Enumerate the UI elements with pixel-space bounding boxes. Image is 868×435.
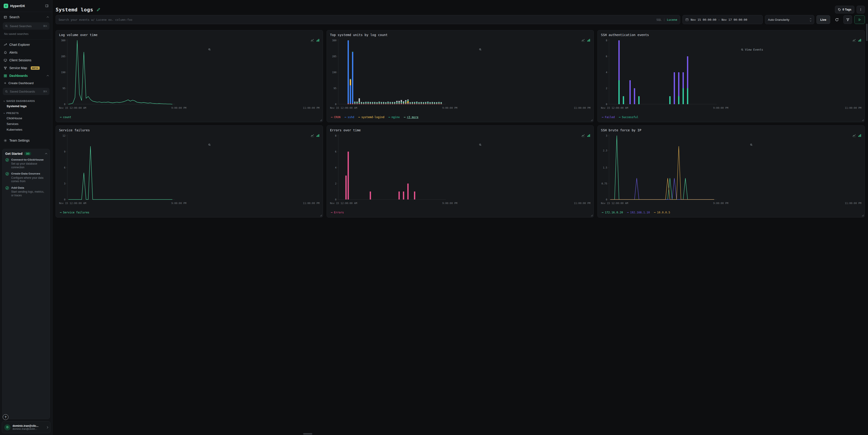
chevron-up-icon[interactable] xyxy=(45,153,48,155)
resize-handle[interactable] xyxy=(320,119,322,121)
shortcut-hint: ⌘K xyxy=(43,25,47,28)
legend-item[interactable]: —nginx xyxy=(389,116,400,119)
saved-dashboards-placeholder: Saved Dashboards xyxy=(10,90,41,93)
brand-name: HyperDX xyxy=(10,4,25,8)
sidebar-item-search[interactable]: Search xyxy=(0,13,52,21)
plus-icon xyxy=(4,82,7,85)
beta-badge: BETA xyxy=(31,66,40,70)
chart-card: Top systemd units by log count 095190285… xyxy=(327,30,434,122)
chart-plot[interactable]: 095190285380 xyxy=(59,38,175,106)
step-desc: Set up your database connection xyxy=(11,162,47,169)
bar-chart-icon[interactable] xyxy=(316,38,319,42)
alerts-label: Alerts xyxy=(9,51,18,54)
chart-explorer-label: Chart Explorer xyxy=(9,43,30,46)
svg-text:9: 9 xyxy=(64,150,65,153)
page-header: Systemd logs 0 Tags xyxy=(56,0,434,14)
gear-icon xyxy=(4,139,7,142)
sidebar-item-team-settings[interactable]: Team Settings xyxy=(0,136,52,144)
chart-plot[interactable]: 02468 xyxy=(330,133,434,201)
x-axis-labels: Nov 15 12:00:00 AM9:00:00 PM11:00:00 PM xyxy=(330,202,434,206)
sidebar-item-chart-explorer[interactable]: Chart Explorer xyxy=(0,41,52,49)
sidebar-item-alerts[interactable]: Alerts xyxy=(0,49,52,56)
service-map-icon xyxy=(4,66,7,70)
x-axis-label: 9:00:00 PM xyxy=(171,202,186,205)
dashboard-grid: Log volume over time 095190285380 Nov 15… xyxy=(56,30,434,218)
legend-item[interactable]: —Service failures xyxy=(60,211,89,214)
x-axis-label: Nov 15 12:00:00 AM xyxy=(59,202,86,205)
line-chart-icon[interactable] xyxy=(311,134,314,137)
sidebar-preset-services[interactable]: Services xyxy=(0,121,52,127)
svg-text:0: 0 xyxy=(64,103,65,105)
get-started-step[interactable]: Create Data Sources Configure where your… xyxy=(5,172,47,183)
get-started-step[interactable]: Connect to ClickHouse Set up your databa… xyxy=(5,158,47,169)
svg-text:6: 6 xyxy=(335,150,336,153)
sidebar-preset-clickhouse[interactable]: ClickHouse xyxy=(0,115,52,121)
plot-area: 036912 Nov 15 12:00:00 AM9:00:00 PM11:00… xyxy=(59,133,319,206)
chart-plot[interactable]: 095190285380 xyxy=(330,38,434,106)
check-circle-icon xyxy=(5,158,9,169)
bar-chart-icon[interactable] xyxy=(316,134,319,137)
view-events-link[interactable] xyxy=(208,144,212,146)
sidebar-item-service-map[interactable]: Service Map BETA xyxy=(0,64,52,72)
x-axis-label: 11:00:00 PM xyxy=(303,202,319,205)
legend-item[interactable]: —sshd xyxy=(345,116,354,119)
saved-dashboards-header-label: SAVED DASHBOARDS xyxy=(6,100,35,102)
chevron-down-icon xyxy=(3,112,5,114)
x-axis-label: 11:00:00 PM xyxy=(303,106,319,110)
hyperdx-logo-icon xyxy=(4,4,8,8)
search-section-label: Search xyxy=(9,15,20,19)
saved-dashboards-input[interactable]: Saved Dashboards ⌘K xyxy=(3,88,50,95)
svg-text:380: 380 xyxy=(332,39,336,42)
saved-dashboards-section-header[interactable]: SAVED DASHBOARDS xyxy=(0,97,52,103)
edit-title-icon[interactable] xyxy=(96,8,100,12)
chart-title: Top systemd units by log count xyxy=(330,33,434,37)
svg-text:0: 0 xyxy=(335,103,336,105)
create-dashboard-button[interactable]: Create Dashboard xyxy=(0,80,52,86)
magnifier-icon xyxy=(5,25,8,28)
sidebar-collapse-icon[interactable] xyxy=(45,4,49,7)
svg-text:12: 12 xyxy=(62,134,65,137)
get-started-step[interactable]: Add Data Start sending logs, metrics, or… xyxy=(5,186,47,197)
plot-area: 02468 Nov 15 12:00:00 AM9:00:00 PM11:00:… xyxy=(330,133,434,206)
legend-item[interactable]: —count xyxy=(60,116,71,119)
sidebar-item-dashboards[interactable]: Dashboards xyxy=(0,72,52,80)
chart-card: Log volume over time 095190285380 Nov 15… xyxy=(56,30,323,122)
legend-item[interactable]: —+3 more xyxy=(404,116,418,119)
search-section-icon xyxy=(4,15,7,19)
line-chart-icon[interactable] xyxy=(311,38,314,42)
chart-legend: —CRON—sshd—systemd-logind—nginx—+3 more xyxy=(330,114,434,119)
svg-text:95: 95 xyxy=(62,87,65,90)
chart-card: Service failures 036912 Nov 15 12:00:00 … xyxy=(56,125,323,218)
view-events-link[interactable] xyxy=(208,48,212,51)
sidebar-item-client-sessions[interactable]: Client Sessions xyxy=(0,56,52,64)
svg-text:190: 190 xyxy=(332,71,336,74)
svg-text:380: 380 xyxy=(61,39,65,42)
svg-text:190: 190 xyxy=(61,71,65,74)
chevron-down-icon xyxy=(3,100,5,101)
service-map-label: Service Map xyxy=(9,66,27,70)
step-desc: Configure where your data comes from xyxy=(11,176,47,183)
dashboards-label: Dashboards xyxy=(9,74,28,77)
resize-handle[interactable] xyxy=(320,214,322,217)
event-search-input[interactable]: Search your events w/ Lucene ex. column:… xyxy=(56,15,434,24)
legend-item[interactable]: —CRON xyxy=(331,116,341,119)
team-settings-label: Team Settings xyxy=(9,138,30,142)
chart-plot[interactable]: 036912 xyxy=(59,133,175,201)
primary-nav: Chart Explorer Alerts Client Sessions Se… xyxy=(0,39,52,146)
legend-item[interactable]: —systemd-logind xyxy=(358,116,384,119)
chart-title: Errors over time xyxy=(330,128,434,132)
event-search-placeholder: Search your events w/ Lucene ex. column:… xyxy=(59,18,434,22)
presets-section-header[interactable]: PRESETS xyxy=(0,109,52,115)
x-axis-label: Nov 15 12:00:00 AM xyxy=(330,106,357,110)
check-circle-icon xyxy=(5,172,9,183)
svg-text:6: 6 xyxy=(64,166,65,169)
get-started-title: Get Started xyxy=(5,152,22,155)
plot-area: 095190285380 Nov 15 12:00:00 AM9:00:00 P… xyxy=(330,38,434,110)
saved-searches-input[interactable]: Saved Searches ⌘K xyxy=(3,22,50,30)
sidebar-preset-kubernetes[interactable]: Kubernetes xyxy=(0,127,52,132)
sidebar-dashboard-systemd-logs[interactable]: Systemd logs xyxy=(0,103,52,109)
legend-item[interactable]: —Errors xyxy=(331,211,344,214)
svg-text:285: 285 xyxy=(61,55,65,58)
main-content: Systemd logs 0 Tags Search your events w… xyxy=(53,0,434,218)
no-saved-searches-text: No saved searches xyxy=(0,31,52,38)
